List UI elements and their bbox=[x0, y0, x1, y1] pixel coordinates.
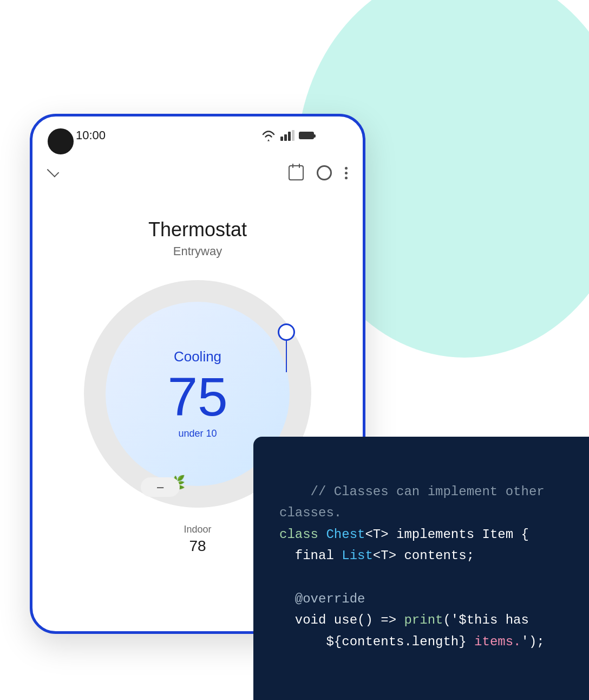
code-contents: ${contents.length} bbox=[326, 634, 474, 649]
chevron-down-icon[interactable] bbox=[47, 165, 60, 178]
phone-camera bbox=[48, 128, 74, 154]
battery-icon bbox=[299, 132, 314, 139]
code-list-type: List bbox=[342, 548, 373, 563]
dial-handle-circle bbox=[278, 323, 295, 341]
temperature-display: 75 bbox=[167, 370, 227, 424]
indoor-label: Indoor bbox=[184, 524, 211, 535]
more-vert-icon[interactable] bbox=[345, 167, 348, 179]
code-override-annotation: @override bbox=[295, 592, 365, 606]
thermostat-title: Thermostat bbox=[148, 218, 247, 241]
code-void: void use() => bbox=[295, 613, 404, 627]
indoor-value: 78 bbox=[184, 537, 211, 555]
minus-label: – bbox=[157, 480, 163, 494]
thermostat-subtitle: Entryway bbox=[173, 244, 222, 258]
status-icons bbox=[261, 129, 314, 141]
code-list-generic: <T> contents; bbox=[373, 548, 474, 563]
code-comment-1: // Classes can implement other classes. bbox=[279, 484, 545, 521]
app-bar-actions bbox=[289, 165, 348, 180]
status-time: 10:00 bbox=[76, 128, 106, 142]
dial-handle[interactable] bbox=[278, 323, 295, 372]
status-bar: 10:00 bbox=[32, 116, 363, 154]
settings-icon[interactable] bbox=[317, 165, 332, 180]
code-print: print bbox=[404, 613, 443, 627]
calendar-icon[interactable] bbox=[289, 165, 304, 180]
code-close-paren: '); bbox=[521, 634, 545, 649]
minus-button[interactable]: – bbox=[141, 477, 180, 497]
code-interface: Item { bbox=[482, 527, 528, 542]
code-final: final bbox=[295, 548, 342, 563]
code-implements: implements bbox=[396, 527, 482, 542]
dial-handle-line bbox=[286, 340, 287, 372]
indoor-info: Indoor 78 bbox=[184, 524, 211, 555]
code-panel: // Classes can implement other classes. … bbox=[253, 437, 589, 700]
wifi-icon bbox=[261, 129, 276, 141]
app-bar bbox=[32, 154, 363, 191]
signal-icon bbox=[280, 130, 294, 141]
code-content: // Classes can implement other classes. … bbox=[279, 459, 563, 674]
under-label: under 10 bbox=[178, 428, 217, 439]
code-items-string: items. bbox=[474, 634, 521, 649]
code-class-keyword: class bbox=[279, 527, 326, 542]
code-class-name: Chest bbox=[326, 527, 365, 542]
code-generic: <T> bbox=[365, 527, 396, 542]
cooling-label: Cooling bbox=[174, 348, 221, 365]
code-print-open: ('$this has bbox=[443, 613, 528, 627]
